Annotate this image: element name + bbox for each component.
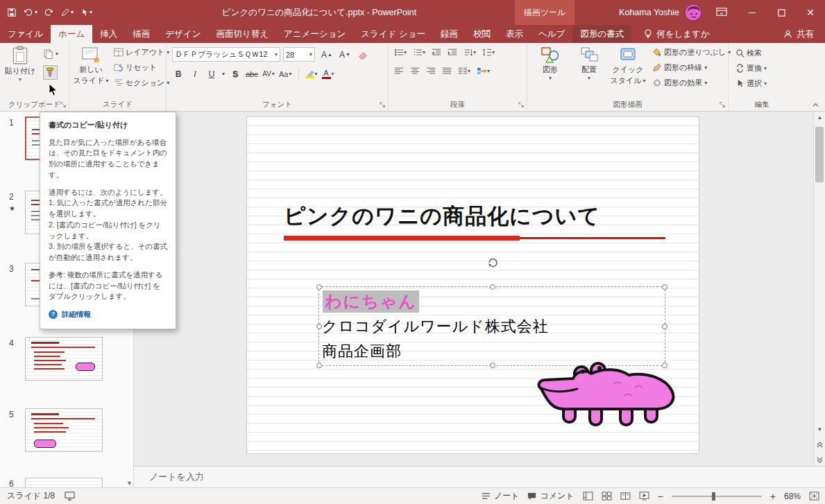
- minimize-button[interactable]: ─: [738, 0, 767, 25]
- text-shadow-button[interactable]: S: [229, 67, 241, 81]
- scroll-down-button[interactable]: ▼: [814, 424, 825, 435]
- tab-review[interactable]: 校閲: [466, 25, 498, 43]
- layout-button[interactable]: レイアウト ▾: [114, 47, 169, 58]
- new-slide-button[interactable]: 新しい スライド▾: [72, 46, 110, 86]
- scrollbar-thumb[interactable]: [815, 127, 824, 182]
- selected-text-box[interactable]: わにちゃん クロコダイルワールド株式会社 商品企画部: [318, 286, 665, 366]
- clear-formatting-button[interactable]: [357, 47, 369, 62]
- tab-file[interactable]: ファイル: [0, 25, 51, 43]
- close-button[interactable]: ✕: [796, 0, 825, 25]
- resize-handle-ne[interactable]: [662, 284, 667, 290]
- tab-help[interactable]: ヘルプ: [531, 25, 572, 43]
- notes-pane[interactable]: ノートを入力: [134, 466, 825, 487]
- vertical-scrollbar[interactable]: ▲ ▼: [813, 112, 825, 466]
- format-painter-button[interactable]: [43, 65, 58, 80]
- zoom-out-button[interactable]: −: [658, 491, 663, 502]
- align-right-button[interactable]: [426, 67, 436, 76]
- resize-handle-n[interactable]: [490, 284, 495, 290]
- line-spacing-button[interactable]: ▾: [482, 48, 495, 57]
- collapse-ribbon-button[interactable]: [812, 102, 819, 108]
- justify-button[interactable]: [442, 67, 452, 76]
- comments-toggle-button[interactable]: コメント: [527, 490, 574, 502]
- pen-mode-button[interactable]: ▾: [60, 8, 74, 17]
- resize-handle-nw[interactable]: [316, 284, 322, 290]
- bold-button[interactable]: B: [172, 67, 185, 81]
- shapes-button[interactable]: 図形 ▾: [531, 46, 569, 81]
- paragraph-dialog-launcher[interactable]: [517, 101, 525, 109]
- thumbnail-scroll-down-button[interactable]: ▼: [126, 480, 133, 487]
- more-info-link[interactable]: ? 詳細情報: [49, 309, 167, 320]
- slide-canvas[interactable]: ピンクのワニの商品化について わにちゃん クロコダイルワールド株式会社 商品企画…: [246, 116, 699, 454]
- display-settings-button[interactable]: [65, 492, 75, 501]
- slideshow-view-button[interactable]: [639, 492, 649, 501]
- slide-sorter-view-button[interactable]: [602, 492, 612, 501]
- slide-thumbnail-5[interactable]: [25, 408, 103, 452]
- company-name-text[interactable]: クロコダイルワールド株式会社: [322, 316, 549, 337]
- font-size-combo[interactable]: 28 ▾: [283, 47, 315, 62]
- previous-slide-button[interactable]: [814, 439, 825, 451]
- resize-handle-w[interactable]: [316, 324, 322, 329]
- underline-button[interactable]: U: [205, 67, 218, 81]
- zoom-percent[interactable]: 68%: [784, 492, 801, 501]
- tab-home[interactable]: ホーム: [51, 25, 92, 43]
- zoom-in-button[interactable]: +: [770, 491, 776, 502]
- shape-effects-button[interactable]: 図形の効果 ▾: [652, 78, 707, 88]
- tab-record[interactable]: 録画: [433, 25, 466, 43]
- italic-button[interactable]: I: [189, 67, 201, 81]
- normal-view-button[interactable]: [583, 492, 593, 501]
- font-dialog-launcher[interactable]: [378, 101, 386, 109]
- clipboard-dialog-launcher[interactable]: [59, 101, 67, 109]
- touch-mode-button[interactable]: ▾: [80, 8, 92, 17]
- numbering-button[interactable]: ▾: [413, 48, 425, 57]
- font-color-button[interactable]: A ▾: [322, 67, 334, 81]
- strikethrough-button[interactable]: abc: [246, 67, 258, 81]
- columns-button[interactable]: ▾: [458, 67, 470, 76]
- tab-view[interactable]: 表示: [498, 25, 531, 43]
- find-button[interactable]: 検索: [735, 48, 762, 58]
- user-avatar[interactable]: [685, 4, 701, 21]
- quick-styles-button[interactable]: クイック スタイル▾: [609, 46, 647, 86]
- tab-slideshow[interactable]: スライド ショー: [353, 25, 433, 43]
- tab-draw[interactable]: 描画: [125, 25, 158, 43]
- department-text[interactable]: 商品企画部: [322, 341, 402, 362]
- align-center-button[interactable]: [410, 67, 420, 76]
- paste-button[interactable]: 貼り付け ▾: [1, 46, 39, 82]
- save-button[interactable]: [7, 8, 17, 17]
- undo-button[interactable]: ▾: [23, 8, 37, 17]
- convert-to-smartart-button[interactable]: ▾: [477, 67, 490, 76]
- increase-font-size-button[interactable]: A▲: [321, 47, 333, 62]
- decrease-indent-button[interactable]: [432, 48, 441, 57]
- tab-transitions[interactable]: 画面切り替え: [208, 25, 276, 43]
- drawing-dialog-launcher[interactable]: [718, 101, 726, 109]
- reading-view-button[interactable]: [620, 492, 631, 501]
- slide-title-text[interactable]: ピンクのワニの商品化について: [284, 202, 672, 231]
- tab-design[interactable]: デザイン: [158, 25, 208, 43]
- maximize-button[interactable]: [767, 0, 796, 25]
- slide-indicator[interactable]: スライド 1/8: [7, 490, 55, 502]
- share-button[interactable]: 共有: [772, 25, 825, 43]
- notes-toggle-button[interactable]: ノート: [482, 490, 520, 502]
- rotation-handle[interactable]: [486, 256, 500, 270]
- redo-button[interactable]: [44, 8, 54, 17]
- slide-thumbnail-6[interactable]: [25, 478, 103, 487]
- resize-handle-sw[interactable]: [316, 363, 322, 368]
- change-case-button[interactable]: Aa▾: [279, 67, 291, 81]
- notes-placeholder[interactable]: ノートを入力: [149, 471, 204, 483]
- slide-editor-canvas[interactable]: ピンクのワニの商品化について わにちゃん クロコダイルワールド株式会社 商品企画…: [134, 112, 825, 466]
- zoom-slider[interactable]: [672, 496, 762, 497]
- bullets-button[interactable]: ▾: [394, 48, 407, 57]
- tell-me-box[interactable]: 何をしますか: [636, 25, 717, 43]
- copy-button[interactable]: ▾: [43, 49, 58, 59]
- decrease-font-size-button[interactable]: A▼: [339, 47, 351, 62]
- resize-handle-s[interactable]: [490, 363, 495, 368]
- replace-button[interactable]: 置換 ▾: [735, 63, 767, 73]
- scroll-up-button[interactable]: ▲: [814, 112, 825, 123]
- resize-handle-e[interactable]: [662, 324, 667, 329]
- pink-crocodile-image[interactable]: [537, 360, 683, 429]
- ribbon-display-options-button[interactable]: [711, 0, 732, 25]
- align-left-button[interactable]: [394, 67, 404, 76]
- section-button[interactable]: セクション ▾: [114, 78, 169, 88]
- tab-animations[interactable]: アニメーション: [276, 25, 353, 43]
- tab-insert[interactable]: 挿入: [92, 25, 125, 43]
- character-spacing-button[interactable]: AV▾: [262, 67, 275, 81]
